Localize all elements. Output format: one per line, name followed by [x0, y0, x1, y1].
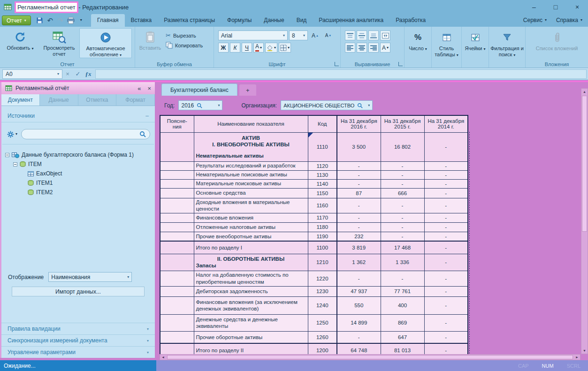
increase-font-button[interactable]: А▲	[309, 30, 321, 40]
panel-tab[interactable]: Отметка	[78, 94, 117, 106]
print-menu-button[interactable]: ▾	[76, 15, 86, 25]
tree-expander[interactable]	[13, 162, 17, 167]
panel-section-header[interactable]: Синхронизация измерений документа▾	[1, 334, 155, 346]
cell-2015[interactable]: -	[381, 198, 424, 213]
menu-item[interactable]: Сервис▾	[523, 17, 547, 23]
cell-indicator-name[interactable]: Итого по разделу II	[194, 343, 308, 354]
cell-2016[interactable]: 1 362	[337, 254, 381, 271]
cell-2014[interactable]: -	[424, 271, 468, 286]
ribbon-tab[interactable]: Формулы	[221, 14, 258, 27]
panel-section-header[interactable]: Управление параметрами▾	[1, 346, 155, 358]
cell-indicator-name[interactable]: Материальные поисковые активы	[194, 179, 308, 188]
cell-2014[interactable]: -	[424, 241, 468, 254]
cell-explanation[interactable]	[160, 271, 194, 286]
scroll-down-icon[interactable]: ▼	[581, 348, 588, 354]
column-header[interactable]: Поясне-ния	[160, 115, 194, 132]
cell-indicator-name[interactable]: Налог на добавленную стоимость по приобр…	[194, 271, 308, 286]
cell-2015[interactable]: 17 468	[381, 241, 424, 254]
cell-2016[interactable]: 232	[337, 232, 381, 241]
paste-button[interactable]: Вставить	[137, 28, 164, 51]
cell-indicator-name[interactable]: Прочие оборотные активы	[194, 331, 308, 343]
ribbon-tab[interactable]: Расширенная аналитика	[313, 14, 389, 27]
cell-2016[interactable]: -	[337, 198, 381, 213]
cell-2015[interactable]: -	[381, 213, 424, 222]
redo-button[interactable]: ↷	[55, 15, 66, 25]
font-name-select[interactable]: Arial▾	[218, 30, 288, 40]
column-header[interactable]: На 31 декабря2016 г.	[337, 115, 381, 132]
cell-2015[interactable]: -	[381, 170, 424, 179]
cell-explanation[interactable]	[160, 132, 194, 161]
cell-2014[interactable]: -	[424, 132, 468, 161]
cell-2014[interactable]: -	[424, 188, 468, 198]
cell-reference-box[interactable]: A0▾	[2, 69, 62, 79]
cell-explanation[interactable]	[160, 254, 194, 271]
ribbon-tab[interactable]: Данные	[258, 14, 290, 27]
cell-indicator-name[interactable]: АКТИВI. ВНЕОБОРОТНЫЕ АКТИВЫНематериальны…	[194, 132, 308, 161]
cell-explanation[interactable]	[160, 198, 194, 213]
font-size-select[interactable]: 8▾	[289, 30, 308, 40]
cell-2016[interactable]: 550	[337, 296, 381, 314]
cell-explanation[interactable]	[160, 331, 194, 343]
tree-item[interactable]: ITEM1	[5, 178, 152, 188]
year-select[interactable]: 2016 ▾	[178, 100, 222, 110]
cell-2015[interactable]: -	[381, 271, 424, 286]
cell-indicator-name[interactable]: Основные средства	[194, 188, 308, 198]
cell-code[interactable]: 1200	[308, 343, 337, 354]
panel-section-header[interactable]: Правила валидации▾	[1, 323, 155, 334]
cell-indicator-name[interactable]: Итого по разделу I	[194, 241, 308, 254]
align-center-button[interactable]	[357, 43, 367, 53]
cell-2014[interactable]: -	[424, 232, 468, 241]
cell-explanation[interactable]	[160, 179, 194, 188]
cell-2014[interactable]: -	[424, 179, 468, 188]
ribbon-tab[interactable]: Разметка страницы	[158, 14, 221, 27]
cell-2015[interactable]: 869	[381, 314, 424, 331]
cell-2014[interactable]: -	[424, 331, 468, 343]
font-color-button[interactable]: А▾	[253, 43, 264, 53]
scroll-up-icon[interactable]: ▲	[581, 89, 588, 95]
cell-2015[interactable]: 647	[381, 331, 424, 343]
cell-2016[interactable]: -	[337, 213, 381, 222]
function-icon[interactable]: ƒx	[83, 70, 93, 78]
cell-2016[interactable]: 14 899	[337, 314, 381, 331]
column-header[interactable]: На 31 декабря2015 г.	[381, 115, 424, 132]
settings-button[interactable]: ▾	[7, 131, 17, 138]
cell-explanation[interactable]	[160, 232, 194, 241]
vertical-scrollbar[interactable]: ▲ ▼	[581, 88, 588, 354]
cell-2014[interactable]: -	[424, 314, 468, 331]
cell-explanation[interactable]	[160, 213, 194, 222]
cell-2015[interactable]: 81 013	[381, 343, 424, 354]
cell-explanation[interactable]	[160, 188, 194, 198]
cell-2015[interactable]: -	[381, 232, 424, 241]
cell-explanation[interactable]	[160, 222, 194, 232]
merge-cells-button[interactable]	[380, 30, 390, 40]
column-header[interactable]: Наименование показателя	[194, 115, 308, 132]
cell-indicator-name[interactable]: Отложенные налоговые активы	[194, 222, 308, 232]
cell-explanation[interactable]	[160, 296, 194, 314]
cell-indicator-name[interactable]: Результаты исследований и разработок	[194, 161, 308, 170]
cell-code[interactable]: 1100	[308, 241, 337, 254]
cell-2016[interactable]: 64 748	[337, 343, 381, 354]
cell-2015[interactable]: 1 336	[381, 254, 424, 271]
maximize-button[interactable]: □	[545, 0, 566, 14]
cell-code[interactable]: 1110	[308, 132, 337, 161]
cell-indicator-name[interactable]: II. ОБОРОТНЫЕ АКТИВЫЗапасы	[194, 254, 308, 271]
cell-2015[interactable]: 400	[381, 296, 424, 314]
minimize-button[interactable]: –	[523, 0, 545, 14]
cell-indicator-name[interactable]: Доходные вложения в материальные ценност…	[194, 198, 308, 213]
document-tab[interactable]: Бухгалтерский баланс	[161, 83, 237, 96]
cell-2016[interactable]: -	[337, 161, 381, 170]
scroll-right-icon[interactable]: ►	[574, 355, 580, 360]
cell-2016[interactable]: 3 500	[337, 132, 381, 161]
decrease-font-button[interactable]: А▼	[322, 30, 334, 40]
cell-2015[interactable]: -	[381, 179, 424, 188]
cell-code[interactable]: 1140	[308, 179, 337, 188]
cell-2016[interactable]: 3 819	[337, 241, 381, 254]
collapse-panel-button[interactable]: «	[137, 85, 141, 92]
cell-2014[interactable]: -	[424, 254, 468, 271]
close-button[interactable]: ×	[566, 0, 588, 14]
bold-button[interactable]: Ж	[218, 43, 229, 53]
enter-icon[interactable]: ✓	[73, 70, 83, 77]
align-left-button[interactable]	[345, 43, 355, 53]
tree-item[interactable]: ITEM2	[5, 188, 152, 197]
cell-explanation[interactable]	[160, 241, 194, 254]
